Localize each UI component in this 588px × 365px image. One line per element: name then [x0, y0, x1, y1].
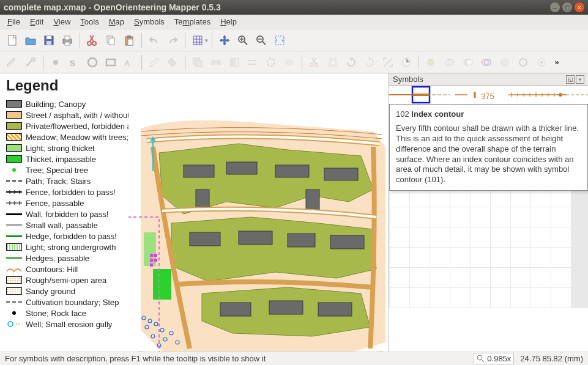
circle-tool[interactable] — [84, 54, 101, 71]
symbol-cell[interactable] — [390, 288, 409, 308]
symbol-cell[interactable] — [551, 268, 571, 287]
menu-templates[interactable]: Templates — [169, 16, 215, 28]
minimize-button[interactable]: – — [550, 2, 560, 12]
text-tool[interactable]: A — [121, 54, 138, 71]
cut-button[interactable] — [84, 32, 101, 49]
edit-tool[interactable] — [4, 54, 21, 71]
symbol-cell[interactable] — [430, 207, 450, 227]
point-tool[interactable] — [47, 54, 64, 71]
grid-button[interactable] — [189, 32, 206, 49]
symbol-cell[interactable] — [410, 268, 430, 287]
duplicate-button[interactable] — [189, 54, 206, 71]
symbol-cell[interactable] — [531, 268, 551, 287]
zoom-indicator[interactable]: 0.985x — [474, 353, 514, 364]
rotate-pattern-button[interactable] — [361, 54, 378, 71]
symbol-cell[interactable] — [491, 207, 510, 227]
zoom-fit-button[interactable] — [271, 32, 288, 49]
undo-button[interactable] — [146, 32, 163, 49]
copy-button[interactable] — [102, 32, 119, 49]
symbol-cell[interactable] — [390, 248, 409, 267]
menu-file[interactable]: File — [2, 16, 25, 28]
symbol-cell[interactable] — [531, 288, 551, 308]
symbol-cell[interactable] — [511, 248, 530, 267]
panel-float-button[interactable]: ◱ — [566, 75, 575, 84]
zoom-in-button[interactable] — [234, 32, 251, 49]
symbol-cell[interactable] — [511, 227, 530, 247]
symbol-cell[interactable] — [491, 248, 510, 267]
symbol-cell[interactable] — [471, 227, 490, 247]
symbol-cell[interactable] — [531, 248, 551, 267]
symbol-cell[interactable] — [471, 288, 490, 308]
symbol-cell[interactable] — [551, 207, 571, 227]
symbol-cell[interactable] — [551, 248, 571, 267]
symbol-cell[interactable] — [491, 227, 510, 247]
symbol-cell[interactable] — [511, 268, 530, 287]
connect-button[interactable] — [262, 54, 280, 71]
print-button[interactable] — [59, 32, 76, 49]
zoom-out-button[interactable] — [253, 32, 270, 49]
symbol-cell[interactable] — [410, 248, 430, 267]
symbol-cell[interactable] — [471, 248, 490, 267]
unify-button[interactable] — [281, 54, 298, 71]
path-tool[interactable]: S — [65, 54, 83, 71]
symbols-top-row[interactable]: 375 — [389, 86, 588, 104]
toolbar-overflow-button[interactable]: » — [551, 57, 562, 67]
menu-map[interactable]: Map — [104, 16, 129, 28]
close-button[interactable]: × — [575, 2, 584, 12]
fill-tool[interactable] — [164, 54, 181, 71]
symbol-cell[interactable] — [450, 288, 470, 308]
symbol-cell[interactable] — [450, 207, 470, 227]
symbol-cell[interactable] — [551, 227, 571, 247]
symbol-cell[interactable] — [531, 207, 551, 227]
pencil-tool[interactable] — [146, 54, 163, 71]
menu-symbols[interactable]: Symbols — [129, 16, 169, 28]
symbol-cell[interactable] — [390, 207, 409, 227]
cut-hole-button[interactable] — [324, 54, 341, 71]
menu-view[interactable]: View — [48, 16, 75, 28]
maximize-button[interactable]: ▢ — [562, 2, 572, 12]
symbol-cell[interactable] — [471, 207, 490, 227]
cut-object-button[interactable] — [306, 54, 323, 71]
symbol-cell[interactable] — [450, 248, 470, 267]
symbol-cell[interactable] — [390, 227, 409, 247]
measure-button[interactable] — [398, 54, 415, 71]
open-button[interactable] — [22, 32, 39, 49]
menu-edit[interactable]: Edit — [25, 16, 48, 28]
symbol-cell[interactable] — [551, 288, 571, 308]
symbol-cell[interactable] — [410, 288, 430, 308]
rect-tool[interactable] — [102, 54, 119, 71]
bool-union-button[interactable] — [423, 54, 440, 71]
redo-button[interactable] — [164, 32, 181, 49]
simplify-button[interactable] — [533, 54, 550, 71]
edit-line-tool[interactable] — [22, 54, 39, 71]
symbol-cell[interactable] — [430, 227, 450, 247]
panel-close-button[interactable]: × — [576, 75, 584, 84]
fill-border-button[interactable] — [226, 54, 243, 71]
symbol-cell[interactable] — [491, 268, 510, 287]
convert-curve-button[interactable] — [515, 54, 532, 71]
symbol-cell[interactable] — [430, 248, 450, 267]
symbol-cell[interactable] — [430, 268, 450, 287]
bool-merge-button[interactable] — [496, 54, 513, 71]
symbol-cell[interactable] — [410, 227, 430, 247]
paste-button[interactable] — [121, 32, 138, 49]
scale-button[interactable] — [379, 54, 396, 71]
symbol-cell[interactable] — [491, 288, 510, 308]
map-canvas[interactable]: Legend Building; CanopyStreet / asphalt,… — [0, 73, 389, 352]
rotate-button[interactable] — [343, 54, 360, 71]
new-button[interactable] — [4, 32, 21, 49]
switch-dashes-button[interactable] — [244, 54, 261, 71]
bool-xor-button[interactable] — [478, 54, 495, 71]
symbol-cell[interactable] — [450, 227, 470, 247]
save-button[interactable] — [40, 32, 58, 49]
bool-diff-button[interactable] — [460, 54, 477, 71]
symbol-cell[interactable] — [511, 288, 530, 308]
symbol-cell[interactable] — [450, 268, 470, 287]
pan-button[interactable] — [216, 32, 233, 49]
bool-intersect-button[interactable] — [441, 54, 458, 71]
symbol-cell[interactable] — [390, 268, 409, 287]
symbol-cell[interactable] — [430, 288, 450, 308]
symbol-cell[interactable] — [531, 227, 551, 247]
symbol-cell[interactable] — [511, 207, 530, 227]
switch-symbol-button[interactable] — [207, 54, 225, 71]
